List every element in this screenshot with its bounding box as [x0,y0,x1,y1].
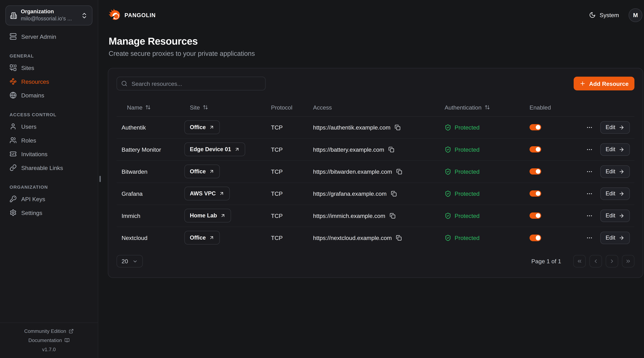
avatar[interactable]: M [628,8,642,22]
sort-icon[interactable] [484,105,490,110]
sort-icon[interactable] [203,105,208,110]
pangolin-logo[interactable]: PANGOLIN [109,9,156,21]
sidebar-item-label: Users [21,123,36,130]
search-input[interactable] [131,80,261,87]
copy-url-button[interactable] [390,213,395,218]
edit-button-label: Edit [606,212,615,219]
table-row: Nextcloud Office TCP https://nextcloud.e… [116,227,634,249]
sidebar-resize-handle[interactable] [100,176,101,182]
column-header[interactable]: Site [180,99,266,116]
sort-icon[interactable] [146,105,151,110]
last-page-button[interactable] [622,255,634,267]
column-header[interactable]: Protocol [266,99,308,116]
enabled-toggle[interactable] [530,146,541,153]
column-header[interactable]: Authentication [440,99,524,116]
first-page-button[interactable] [573,255,586,267]
org-selector-label: Organization [21,8,77,16]
sidebar-footer: Community Edition Documentation v1.7.0 [0,322,98,358]
enabled-toggle[interactable] [530,235,541,241]
sidebar-item-sites[interactable]: Sites [6,61,92,75]
auth-status-badge: Protected [444,124,524,131]
row-menu-button[interactable] [585,211,594,220]
copy-url-button[interactable] [391,191,396,196]
community-edition-label: Community Edition [24,328,66,334]
auth-status-badge: Protected [444,234,524,241]
edit-button[interactable]: Edit [600,121,630,134]
sidebar-item-roles[interactable]: Roles [6,133,92,147]
pagination: 20 Page 1 of 1 [116,255,634,267]
theme-toggle[interactable]: System [589,12,619,19]
site-link-button[interactable]: AWS VPC [184,187,230,200]
access-url: https://nextcloud.example.com [313,234,392,241]
sidebar-spacer [0,220,98,322]
copy-url-button[interactable] [395,124,400,130]
plus-icon [580,80,586,87]
toolbar: Add Resource [116,77,634,91]
access-url: https://bitwarden.example.com [313,168,392,175]
page-head: Manage Resources Create secure proxies t… [98,30,644,58]
row-menu-button[interactable] [585,189,594,198]
sidebar-item-settings[interactable]: Settings [6,206,92,220]
sidebar-item-resources[interactable]: Resources [6,75,92,88]
protocol-value: TCP [266,116,308,138]
sidebar-item-shareable-links[interactable]: Shareable Links [6,161,92,175]
edit-button[interactable]: Edit [600,187,630,200]
edit-button[interactable]: Edit [600,232,630,244]
shield-check-icon [444,212,451,219]
arrow-up-right-icon [209,169,214,174]
column-header[interactable]: Enabled [524,99,580,116]
row-menu-button[interactable] [585,123,594,131]
ellipsis-icon [586,234,593,241]
search-icon [121,80,128,87]
documentation-link[interactable]: Documentation [28,337,70,343]
resource-name: Grafana [116,182,180,204]
shield-check-icon [444,146,451,153]
copy-url-button[interactable] [388,146,394,152]
arrow-right-icon [619,146,624,152]
previous-page-button[interactable] [590,255,602,267]
enabled-toggle[interactable] [530,168,541,175]
row-menu-button[interactable] [585,234,594,242]
add-resource-button[interactable]: Add Resource [574,77,634,91]
site-link-button[interactable]: Office [184,120,220,134]
site-link-button[interactable]: Home Lab [184,209,231,223]
table-row: Authentik Office TCP https://authentik.e… [116,116,634,138]
org-selector[interactable]: Organization milo@fossorial.io's ... [6,6,92,25]
page-size-select[interactable]: 20 [116,255,142,267]
column-header[interactable]: Name [116,99,180,116]
sidebar-item-users[interactable]: Users [6,120,92,133]
sidebar-item-api-keys[interactable]: API Keys [6,192,92,206]
column-header[interactable]: Access [308,99,440,116]
edit-button[interactable]: Edit [600,165,630,178]
protocol-value: TCP [266,227,308,249]
row-menu-button[interactable] [585,167,594,176]
next-page-button[interactable] [606,255,618,267]
column-header-label: Protocol [271,104,292,111]
sidebar-item-invitations[interactable]: Invitations [6,147,92,161]
enabled-toggle[interactable] [530,212,541,219]
community-edition-link[interactable]: Community Edition [24,328,74,334]
edit-button-label: Edit [606,146,615,152]
copy-url-button[interactable] [396,235,402,241]
sidebar-item-domains[interactable]: Domains [6,88,92,102]
sidebar-nav: Server Admin GENERAL Sites Resources Dom… [0,25,98,219]
sidebar-item-server-admin[interactable]: Server Admin [6,30,92,44]
access-url: https://immich.example.com [313,212,385,219]
org-texts: Organization milo@fossorial.io's ... [21,8,77,23]
sidebar-item-label: Shareable Links [21,164,63,171]
edit-button[interactable]: Edit [600,209,630,222]
page-title: Manage Resources [109,36,642,47]
site-link-button[interactable]: Office [184,231,220,245]
column-header-label: Access [313,104,332,111]
link-icon [10,164,16,171]
user-icon [10,123,16,130]
site-link-button[interactable]: Edge Device 01 [184,143,245,156]
site-link-button[interactable]: Office [184,165,220,178]
enabled-toggle[interactable] [530,124,541,131]
edit-button-label: Edit [606,190,615,197]
copy-url-button[interactable] [396,169,402,174]
row-menu-button[interactable] [585,145,594,154]
enabled-toggle[interactable] [530,190,541,197]
column-header-label: Name [127,104,142,111]
edit-button[interactable]: Edit [600,143,630,156]
